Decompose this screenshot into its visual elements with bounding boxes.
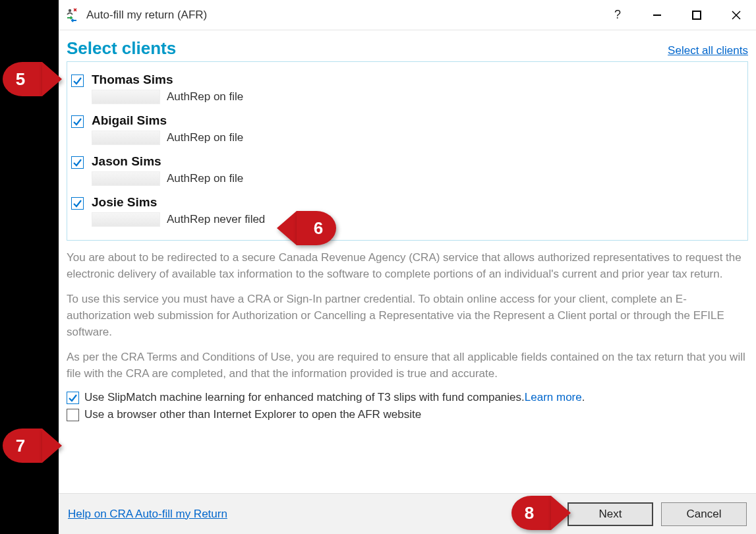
checkmark-icon bbox=[73, 158, 82, 167]
footer-bar: Help on CRA Auto-fill my Return Next Can… bbox=[59, 493, 756, 534]
callout-7: 7 bbox=[3, 429, 62, 463]
help-button[interactable]: ? bbox=[598, 0, 637, 30]
help-icon: ? bbox=[614, 8, 621, 22]
browser-checkbox[interactable] bbox=[67, 409, 79, 421]
callout-6: 6 bbox=[277, 211, 336, 245]
info-paragraph-2: To use this service you must have a CRA … bbox=[67, 291, 748, 340]
client-id-redacted bbox=[92, 131, 160, 145]
slipmatch-label: Use SlipMatch machine learning for enhan… bbox=[84, 391, 525, 404]
client-status: AuthRep on file bbox=[167, 90, 243, 104]
app-icon bbox=[65, 8, 80, 22]
minimize-icon bbox=[653, 11, 662, 20]
callout-5: 5 bbox=[3, 62, 62, 96]
maximize-button[interactable] bbox=[677, 0, 716, 30]
client-id-redacted bbox=[92, 212, 160, 227]
close-button[interactable] bbox=[716, 0, 756, 30]
info-paragraph-1: You are about to be redirected to a secu… bbox=[67, 250, 748, 282]
client-checkbox[interactable] bbox=[71, 156, 84, 169]
callout-number: 7 bbox=[3, 429, 42, 463]
client-name: Josie Sims bbox=[92, 195, 265, 210]
client-row: Abigail Sims AuthRep on file bbox=[71, 109, 743, 145]
slipmatch-period: . bbox=[582, 391, 585, 404]
browser-label: Use a browser other than Internet Explor… bbox=[84, 408, 421, 421]
titlebar: Auto-fill my return (AFR) ? bbox=[59, 0, 756, 30]
callout-number: 6 bbox=[297, 211, 336, 245]
callout-number: 5 bbox=[3, 62, 42, 96]
browser-option: Use a browser other than Internet Explor… bbox=[67, 408, 748, 421]
slipmatch-option: Use SlipMatch machine learning for enhan… bbox=[67, 391, 748, 404]
client-name: Abigail Sims bbox=[92, 113, 243, 128]
cancel-button-label: Cancel bbox=[687, 508, 722, 521]
client-id-redacted bbox=[92, 171, 160, 186]
client-checkbox[interactable] bbox=[71, 197, 84, 210]
afr-dialog: Auto-fill my return (AFR) ? Select clien… bbox=[59, 0, 756, 534]
slipmatch-checkbox[interactable] bbox=[67, 392, 79, 404]
select-all-link[interactable]: Select all clients bbox=[668, 44, 748, 57]
next-button-label: Next bbox=[599, 508, 622, 521]
callout-number: 8 bbox=[511, 496, 551, 530]
learn-more-link[interactable]: Learn more bbox=[525, 391, 582, 404]
checkmark-icon bbox=[68, 393, 78, 403]
client-status: AuthRep on file bbox=[167, 172, 243, 185]
client-checkbox[interactable] bbox=[71, 74, 84, 87]
client-status: AuthRep never filed bbox=[167, 213, 265, 226]
client-row: Josie Sims AuthRep never filed bbox=[71, 191, 743, 227]
checkmark-icon bbox=[73, 76, 82, 86]
client-row: Jason Sims AuthRep on file bbox=[71, 150, 743, 186]
section-title: Select clients bbox=[67, 38, 176, 59]
checkmark-icon bbox=[73, 117, 82, 127]
next-button[interactable]: Next bbox=[567, 502, 653, 526]
client-name: Jason Sims bbox=[92, 154, 243, 169]
maximize-icon bbox=[692, 11, 701, 20]
callout-8: 8 bbox=[511, 496, 571, 530]
footer-help-link[interactable]: Help on CRA Auto-fill my Return bbox=[68, 508, 227, 521]
client-name: Thomas Sims bbox=[92, 73, 243, 87]
client-list: Thomas Sims AuthRep on file Abigail Sims… bbox=[67, 61, 748, 241]
minimize-button[interactable] bbox=[637, 0, 677, 30]
svg-rect-5 bbox=[693, 11, 701, 19]
svg-point-0 bbox=[69, 9, 71, 11]
client-status: AuthRep on file bbox=[167, 131, 243, 144]
window-title: Auto-fill my return (AFR) bbox=[86, 9, 207, 22]
info-paragraph-3: As per the CRA Terms and Conditions of U… bbox=[67, 349, 748, 382]
client-checkbox[interactable] bbox=[71, 115, 84, 128]
cancel-button[interactable]: Cancel bbox=[661, 502, 747, 526]
close-icon bbox=[732, 11, 741, 20]
content-area: Select clients Select all clients Thomas… bbox=[59, 30, 756, 493]
checkmark-icon bbox=[73, 198, 82, 208]
client-id-redacted bbox=[92, 90, 160, 104]
client-row: Thomas Sims AuthRep on file bbox=[71, 69, 743, 104]
